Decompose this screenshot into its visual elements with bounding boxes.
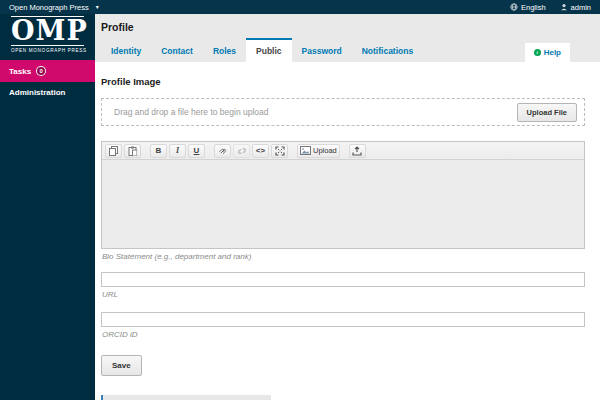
image-upload-button[interactable]: Upload [297, 144, 340, 158]
main-panel: Profile Identity Contact Roles Public Pa… [95, 14, 600, 400]
link-icon [218, 146, 228, 156]
unlink-icon [237, 146, 247, 156]
save-button[interactable]: Save [101, 355, 142, 376]
user-menu[interactable]: admin [560, 3, 591, 12]
omp-logo: OMP OPEN MONOGRAPH PRESS [0, 16, 95, 60]
url-input[interactable] [101, 272, 585, 287]
dropzone-hint: Drag and drop a file here to begin uploa… [114, 107, 269, 117]
page-header: Profile Identity Contact Roles Public Pa… [95, 14, 600, 62]
paste-icon [128, 146, 137, 156]
tab-identity[interactable]: Identity [101, 38, 151, 62]
fullscreen-icon [275, 146, 285, 156]
language-label: English [521, 3, 546, 12]
globe-icon [510, 3, 518, 11]
tab-contact[interactable]: Contact [151, 38, 203, 62]
copy-icon [109, 146, 118, 156]
tab-public[interactable]: Public [246, 38, 292, 62]
logo-text: OMP [0, 17, 95, 45]
help-info-icon: i [534, 49, 541, 56]
sidebar-item-administration[interactable]: Administration [0, 82, 95, 103]
administration-label: Administration [9, 88, 65, 97]
tasks-label: Tasks [9, 67, 31, 76]
orcid-input[interactable] [101, 312, 585, 327]
paste-button[interactable] [124, 144, 141, 158]
next-section-partial [101, 395, 271, 400]
upload-file-button[interactable]: Upload File [517, 103, 577, 122]
upload-tray-icon [352, 146, 362, 156]
italic-button[interactable]: I [169, 144, 186, 158]
top-bar: Open Monograph Press ▾ English admin [0, 0, 600, 14]
bold-button[interactable]: B [150, 144, 167, 158]
tab-content: Profile Image Drag and drop a file here … [95, 76, 600, 376]
site-name-label: Open Monograph Press [9, 3, 89, 12]
tab-notifications[interactable]: Notifications [352, 38, 423, 62]
unlink-button[interactable] [233, 144, 250, 158]
upload-label: Upload [313, 146, 337, 155]
bio-statement-label: Bio Statement (e.g., department and rank… [102, 252, 585, 261]
file-dropzone[interactable]: Drag and drop a file here to begin uploa… [101, 98, 585, 126]
tab-roles[interactable]: Roles [203, 38, 246, 62]
sidebar: OMP OPEN MONOGRAPH PRESS Tasks 0 Adminis… [0, 14, 95, 400]
caret-down-icon: ▾ [96, 4, 99, 10]
help-label: Help [544, 48, 561, 57]
editor-toolbar: B I U <> [102, 142, 584, 160]
image-icon [300, 146, 311, 155]
user-label: admin [571, 3, 591, 12]
fullscreen-button[interactable] [271, 144, 288, 158]
url-label: URL [102, 290, 585, 299]
link-button[interactable] [214, 144, 231, 158]
source-code-button[interactable]: <> [252, 144, 269, 158]
tab-bar: Identity Contact Roles Public Password N… [101, 38, 423, 62]
bio-statement-editable-area[interactable] [102, 160, 584, 248]
tasks-count-badge: 0 [36, 66, 46, 76]
sidebar-item-tasks[interactable]: Tasks 0 [0, 60, 95, 82]
user-icon [560, 3, 568, 11]
section-title-profile-image: Profile Image [101, 76, 585, 87]
language-menu[interactable]: English [510, 3, 546, 12]
tab-password[interactable]: Password [292, 38, 352, 62]
bio-richtext-editor: B I U <> [101, 141, 585, 249]
site-name-dropdown[interactable]: Open Monograph Press ▾ [9, 3, 99, 12]
help-button[interactable]: i Help [525, 43, 570, 62]
orcid-label: ORCID iD [102, 330, 585, 339]
underline-button[interactable]: U [188, 144, 205, 158]
page-title: Profile [101, 21, 134, 33]
logo-subtext: OPEN MONOGRAPH PRESS [0, 46, 95, 60]
copy-button[interactable] [105, 144, 122, 158]
upload-tray-button[interactable] [349, 144, 366, 158]
